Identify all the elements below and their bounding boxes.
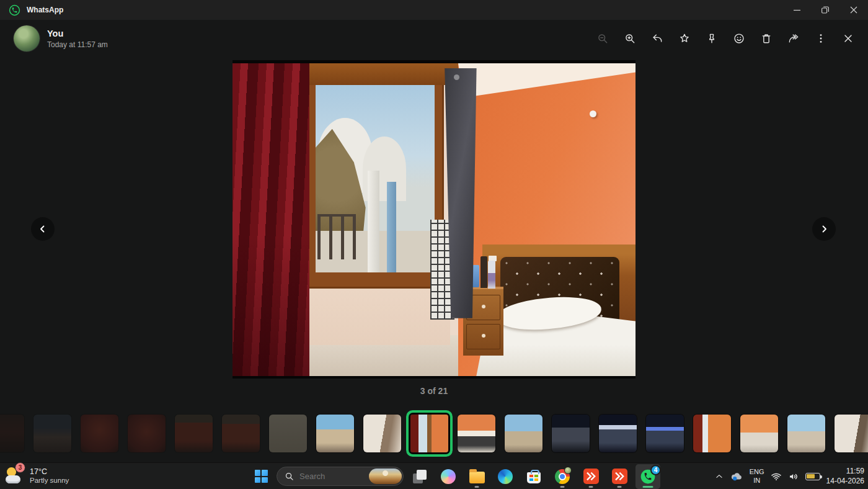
zoom-out-icon: [596, 32, 609, 45]
thumbnail-strip: [0, 411, 868, 455]
bottle: [480, 256, 487, 287]
thumbnail-selected[interactable]: [410, 415, 448, 452]
language-indicator[interactable]: ENG IN: [750, 468, 764, 485]
title-bar: WhatsApp: [0, 0, 868, 20]
search-box[interactable]: [277, 467, 404, 486]
wall-fixture: [590, 110, 596, 117]
delete-icon[interactable]: [760, 32, 773, 45]
weather-condition: Partly sunny: [30, 477, 69, 484]
thumbnail[interactable]: [693, 415, 731, 452]
system-tray: ENG IN 11:59 14-04-2026: [715, 463, 864, 489]
previous-photo-button[interactable]: [31, 217, 55, 241]
thumbnail[interactable]: [222, 415, 260, 452]
wifi-icon[interactable]: [771, 471, 782, 482]
thumbnail[interactable]: [175, 415, 213, 452]
water-bottle: [488, 261, 495, 289]
more-icon[interactable]: [815, 32, 827, 45]
thumbnail[interactable]: [458, 415, 495, 452]
window-view: [316, 84, 435, 273]
star-icon[interactable]: [678, 32, 691, 45]
whatsapp-unread-badge: 4: [650, 465, 661, 475]
notification-badge: 3: [15, 462, 25, 473]
window-frame: [307, 63, 444, 289]
next-photo-button[interactable]: [812, 217, 836, 241]
thumbnail[interactable]: [81, 415, 118, 452]
window-title: WhatsApp: [27, 6, 63, 14]
kite-icon: [612, 469, 627, 484]
tray-chevron-up-icon[interactable]: [715, 472, 724, 481]
viewer-toolbar: [596, 20, 854, 57]
thumbnail[interactable]: [552, 415, 590, 452]
edge-icon: [498, 469, 513, 484]
weather-widget[interactable]: 3 17°C Partly sunny: [5, 465, 69, 485]
photo-viewer-image: [232, 60, 636, 379]
kite-icon: [583, 469, 599, 484]
taskbar-app-whatsapp[interactable]: 4: [636, 464, 660, 489]
tray-time: 11:59: [826, 467, 864, 477]
thumbnail[interactable]: [128, 415, 166, 452]
window-top-beam: [307, 63, 464, 85]
sent-time: Today at 11:57 am: [47, 40, 108, 49]
thumbnail[interactable]: [740, 415, 778, 452]
clock[interactable]: 11:59 14-04-2026: [826, 467, 864, 486]
thumbnail[interactable]: [599, 415, 637, 452]
taskbar-app-file-explorer[interactable]: [464, 464, 489, 489]
zoom-in-icon[interactable]: [624, 32, 636, 45]
photo-image: [232, 63, 636, 376]
battery-icon[interactable]: [805, 473, 820, 480]
search-input[interactable]: [299, 472, 361, 481]
viewer-header: You Today at 11:57 am: [0, 20, 868, 57]
chrome-icon: [555, 469, 570, 484]
onedrive-icon[interactable]: [730, 470, 743, 483]
whatsapp-icon: 4: [640, 469, 656, 485]
pin-icon[interactable]: [706, 32, 718, 45]
start-button[interactable]: [249, 465, 273, 488]
microsoft-store-icon: [527, 472, 541, 483]
whatsapp-logo-icon: [9, 4, 20, 16]
thumbnail[interactable]: [33, 415, 71, 452]
thumbnail[interactable]: [363, 415, 401, 452]
maroon-curtain: [232, 63, 309, 376]
taskbar: 3 17°C Partly sunny: [0, 462, 868, 489]
windows-start-icon: [255, 470, 268, 483]
tray-date: 14-04-2026: [826, 477, 864, 487]
taskbar-app-edge[interactable]: [493, 464, 518, 489]
file-explorer-icon: [469, 472, 485, 483]
minimize-button[interactable]: [782, 0, 811, 20]
emoji-icon[interactable]: [733, 32, 745, 45]
thumbnail[interactable]: [505, 415, 542, 452]
copilot-icon: [441, 469, 456, 484]
photo-counter: 3 of 21: [0, 386, 868, 396]
volume-icon[interactable]: [788, 471, 799, 482]
search-highlight-image[interactable]: [369, 469, 402, 484]
search-icon: [285, 472, 294, 481]
taskbar-app-copilot[interactable]: [436, 464, 461, 489]
task-view-icon: [413, 470, 427, 483]
taskbar-app-chrome[interactable]: [550, 464, 575, 489]
weather-temperature: 17°C: [30, 467, 69, 476]
thumbnail[interactable]: [269, 415, 307, 452]
taskbar-app-kite-2[interactable]: [607, 464, 632, 489]
taskbar-app-task-view[interactable]: [407, 464, 432, 489]
close-window-button[interactable]: [839, 0, 868, 20]
reply-icon[interactable]: [651, 32, 663, 45]
weather-icon: 3: [5, 465, 25, 485]
thumbnail[interactable]: [646, 415, 684, 452]
thumbnail[interactable]: [787, 415, 825, 452]
avatar[interactable]: [14, 25, 40, 52]
taskbar-app-kite-1[interactable]: [578, 464, 603, 489]
thumbnail[interactable]: [316, 415, 354, 452]
taskbar-app-microsoft-store[interactable]: [521, 464, 546, 489]
thumbnail[interactable]: [835, 415, 868, 452]
close-viewer-icon[interactable]: [842, 32, 854, 45]
thumbnail[interactable]: [0, 415, 24, 452]
restore-button[interactable]: [811, 0, 839, 20]
sender-name: You: [47, 29, 108, 38]
forward-icon[interactable]: [787, 32, 800, 45]
